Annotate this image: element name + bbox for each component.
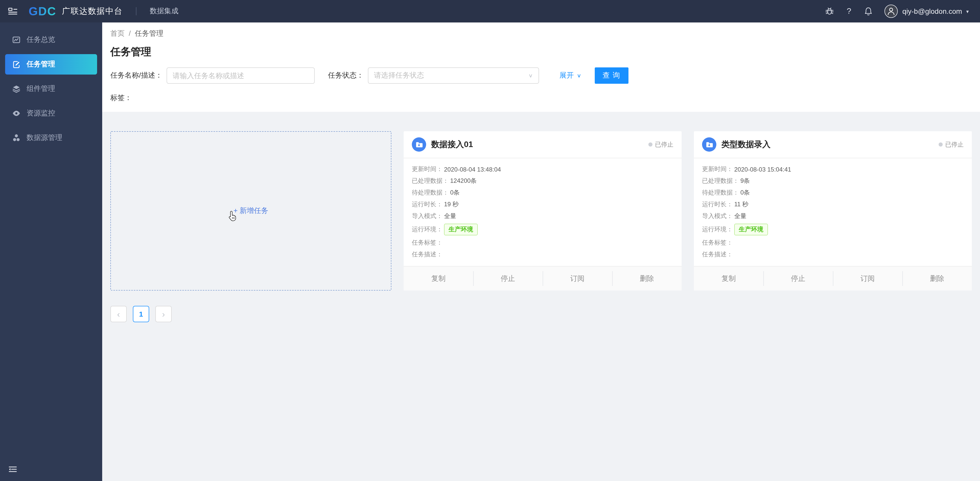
field-run-environment: 运行环境： 生产环境 [412,224,673,235]
gdc-logo: GDC [29,4,56,18]
field-label: 运行时长： [412,200,442,209]
field-pending-count: 待处理数据： 0条 [702,189,964,197]
edit-form-icon [12,60,21,68]
field-value: 2020-08-03 15:04:41 [734,166,791,173]
pagination-page-1[interactable]: 1 [133,306,149,322]
field-value: 19 秒 [444,200,458,209]
field-label: 已处理数据： [412,177,449,185]
pagination: ‹ 1 › [102,291,980,322]
stop-button[interactable]: 停止 [764,267,833,291]
field-label: 待处理数据： [412,189,449,197]
field-label: 任务标签： [412,238,442,247]
layers-icon [12,85,21,93]
field-label: 更新时间： [412,165,442,174]
field-run-duration: 运行时长： 19 秒 [412,200,673,209]
status-text: 已停止 [945,140,964,149]
sidebar-item-datasource-management[interactable]: 数据源管理 [5,128,97,148]
stop-button[interactable]: 停止 [473,267,542,291]
field-value: 124200条 [450,177,477,185]
field-task-tags: 任务标签： [412,238,673,247]
main-content: 首页 / 任务管理 任务管理 任务名称/描述： 任务状态： 请选择任务状态 ∨ … [102,22,980,481]
folder-download-icon [412,137,426,152]
bug-icon[interactable] [825,6,834,16]
field-import-mode: 导入模式： 全量 [412,212,673,221]
status-dot [939,143,943,146]
field-task-description: 任务描述： [702,250,964,259]
task-card-actions: 复制 停止 订阅 删除 [694,266,972,291]
sidebar: 任务总览 任务管理 组件管理 [0,22,102,481]
field-value: 0条 [740,189,750,197]
field-value: 2020-08-04 13:48:04 [444,166,501,173]
field-value: 全量 [444,212,456,221]
environment-tag: 生产环境 [444,224,478,235]
task-card-header: 数据接入01 已停止 [404,131,682,158]
copy-button[interactable]: 复制 [694,267,764,291]
field-label: 导入模式： [702,212,733,221]
task-status-select[interactable]: 请选择任务状态 ∨ [368,67,539,84]
field-value: 0条 [450,189,460,197]
task-card: 类型数据录入 已停止 更新时间： 2020-08-03 15:04:41 已处理… [694,131,972,291]
sidebar-item-resource-monitor[interactable]: 资源监控 [5,103,97,124]
pagination-prev-button[interactable]: ‹ [110,306,127,322]
breadcrumb: 首页 / 任务管理 [110,29,968,38]
menu-fold-icon[interactable] [8,465,18,474]
task-status-label: 任务状态： [328,71,364,80]
module-tab-data-integration[interactable]: 数据集成 [150,6,178,16]
field-update-time: 更新时间： 2020-08-04 13:48:04 [412,165,673,174]
sidebar-item-label: 任务总览 [27,35,55,44]
help-icon[interactable]: ? [846,6,851,16]
subscribe-button[interactable]: 订阅 [542,267,612,291]
chevron-down-icon: ∨ [528,73,533,79]
add-task-label: + 新增任务 [234,206,268,216]
task-status-badge: 已停止 [648,140,673,149]
page-title: 任务管理 [110,45,968,59]
bell-icon[interactable] [864,6,873,16]
eye-icon [12,109,21,117]
add-task-card[interactable]: + 新增任务 [110,131,391,291]
sidebar-item-task-overview[interactable]: 任务总览 [5,30,97,50]
breadcrumb-home[interactable]: 首页 [110,29,125,38]
app-header: GDC 广联达数据中台 数据集成 ? [0,0,980,22]
layout-collapse-icon[interactable] [8,6,18,16]
field-label: 导入模式： [412,212,442,221]
field-value: 9条 [740,177,750,185]
field-label: 运行环境： [412,225,442,234]
status-dot [648,143,652,146]
field-label: 更新时间： [702,165,733,174]
search-button[interactable]: 查 询 [595,67,628,84]
field-label: 运行环境： [702,225,733,234]
user-email[interactable]: qiy-b@glodon.com [902,7,962,15]
status-text: 已停止 [655,140,673,149]
task-name-label: 任务名称/描述： [110,71,162,80]
task-card: 数据接入01 已停止 更新时间： 2020-08-04 13:48:04 已处理… [404,131,682,291]
subscribe-button[interactable]: 订阅 [833,267,902,291]
task-card-grid: + 新增任务 数据接入01 已停止 [102,112,980,291]
pagination-next-button[interactable]: › [155,306,172,322]
copy-button[interactable]: 复制 [404,267,473,291]
task-status-badge: 已停止 [939,140,964,149]
field-processed-count: 已处理数据： 9条 [702,177,964,185]
sidebar-item-task-management[interactable]: 任务管理 [5,54,97,75]
tags-filter-row: 标签： [110,94,968,103]
user-menu-caret-icon[interactable]: ▾ [966,8,969,14]
field-processed-count: 已处理数据： 124200条 [412,177,673,185]
delete-button[interactable]: 删除 [902,267,972,291]
folder-download-icon [702,137,716,152]
tags-label: 标签： [110,94,132,102]
field-run-environment: 运行环境： 生产环境 [702,224,964,235]
delete-button[interactable]: 删除 [612,267,682,291]
sidebar-item-component-management[interactable]: 组件管理 [5,79,97,99]
field-import-mode: 导入模式： 全量 [702,212,964,221]
field-label: 运行时长： [702,200,733,209]
field-value: 全量 [734,212,746,221]
header-divider [136,7,137,15]
expand-filters-link[interactable]: 展开 ∨ [560,71,581,80]
chevron-down-icon: ∨ [577,73,581,79]
task-name-input[interactable] [167,67,315,84]
app-root: GDC 广联达数据中台 数据集成 ? [0,0,980,481]
field-label: 任务标签： [702,238,733,247]
task-card-body: 更新时间： 2020-08-04 13:48:04 已处理数据： 124200条… [404,158,682,266]
task-status-placeholder: 请选择任务状态 [374,71,424,80]
user-avatar[interactable] [885,5,898,18]
task-card-header: 类型数据录入 已停止 [694,131,972,158]
